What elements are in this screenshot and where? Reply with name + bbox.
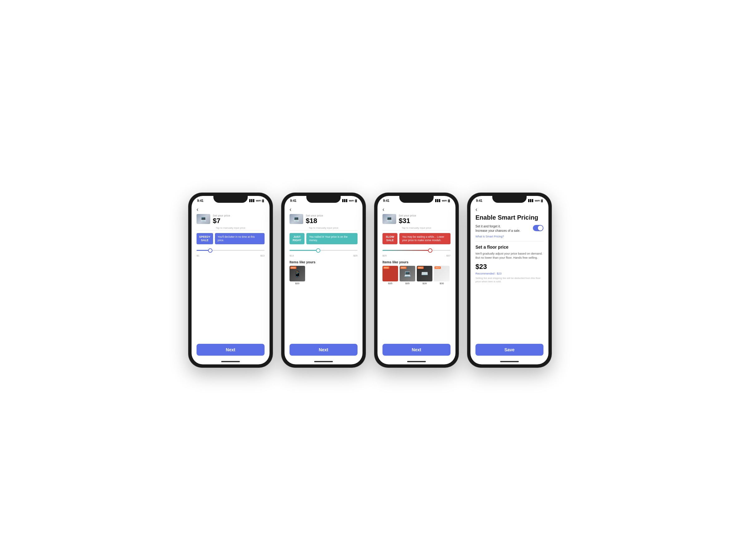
- battery-icon-3: ▓: [448, 199, 450, 202]
- badge-1: SPEEDYSALE: [197, 233, 213, 244]
- floor-note: Selling fee and shipping fee will be ded…: [475, 276, 543, 283]
- set-your-price-2: Set your price: [306, 214, 358, 217]
- tap-manual-2[interactable]: Tap to manually input price: [289, 225, 358, 230]
- slider-section-2: $13 $25: [289, 248, 358, 257]
- slider-track-container-3[interactable]: [382, 248, 451, 254]
- set-your-price-1: Set your price: [213, 214, 265, 217]
- bubble-1: You'll declutter in no time at this pric…: [215, 233, 265, 244]
- price-section-2: Set your price $18: [306, 214, 358, 224]
- toggle-text-line1: Set it and forget it.: [475, 224, 501, 228]
- slider-track-1: [197, 250, 265, 251]
- wifi-icon-4: WiFi: [535, 199, 540, 202]
- item-price-3-2: $28: [423, 282, 427, 285]
- phone-4-content: ‹ Enable Smart Pricing Set it and forget…: [470, 205, 548, 359]
- smart-link[interactable]: What is Smart Pricing?: [475, 235, 543, 238]
- slider-thumb-1[interactable]: [208, 248, 212, 253]
- slider-section-3: $25 $37: [382, 248, 451, 257]
- phone-2-content: ‹ 💻 Set your price $18 Tap to manually i…: [284, 205, 363, 359]
- status-icons-3: ▋▋▋ WiFi ▓: [435, 199, 450, 202]
- item-price-3-3: $30: [440, 282, 444, 285]
- bottom-btn-area-2: Next: [289, 341, 358, 359]
- status-time-4: 9:41: [476, 199, 482, 202]
- phone-3-screen: 9:41 ▋▋▋ WiFi ▓ ‹ 💻 Set your price $31 T…: [377, 196, 456, 364]
- next-button-3[interactable]: Next: [382, 344, 451, 356]
- toggle-knob: [538, 225, 543, 230]
- bubble-2: You nailed it! Your price is on the mone…: [306, 233, 358, 244]
- tap-manual-3[interactable]: Tap to manually input price: [382, 225, 451, 230]
- items-title-3: Items like yours: [382, 260, 451, 264]
- sold-badge-3-0: SOLD: [383, 266, 389, 269]
- home-indicator-3: [377, 359, 456, 364]
- product-header-3: 💻 Set your price $31: [382, 214, 451, 224]
- home-indicator-2: [284, 359, 363, 364]
- product-header-2: 💻 Set your price $18: [289, 214, 358, 224]
- phone-3: 9:41 ▋▋▋ WiFi ▓ ‹ 💻 Set your price $31 T…: [374, 193, 459, 368]
- set-your-price-3: Set your price: [399, 214, 451, 217]
- status-time-1: 9:41: [197, 199, 203, 202]
- item-price-2-0: $20: [295, 282, 299, 285]
- phone-4-screen: 9:41 ▋▋▋ WiFi ▓ ‹ Enable Smart Pricing S…: [470, 196, 548, 364]
- item-thumb-3-0: SOLD: [382, 266, 398, 281]
- item-thumb-3-1: SOLD 💻: [400, 266, 415, 281]
- save-button[interactable]: Save: [475, 344, 543, 356]
- sold-badge-3-1: SOLD: [400, 266, 406, 269]
- slider-track-3: [382, 250, 451, 251]
- price-indicator-3: SLOWSALE You may be waiting a while... L…: [382, 233, 451, 244]
- status-time-2: 9:41: [290, 199, 296, 202]
- badge-2: JUSTRIGHT: [289, 233, 304, 244]
- home-indicator-1: [192, 359, 270, 364]
- phone-1-screen: 9:41 ▋▋▋ WiFi ▓ ‹ 💻 Set your price $7 Ta…: [192, 196, 270, 364]
- price-amount-2: $18: [306, 217, 358, 224]
- toggle-text-line2: Increase your chances of a sale.: [475, 229, 520, 232]
- battery-icon-4: ▓: [541, 199, 543, 202]
- floor-title: Set a floor price: [475, 245, 543, 250]
- notch-1: [213, 196, 248, 203]
- back-button-4[interactable]: ‹: [475, 206, 543, 212]
- slider-section-1: $1 $13: [197, 248, 265, 257]
- list-item: SOLD ⌨️ $28: [417, 266, 433, 285]
- slider-max-1: $13: [261, 254, 265, 257]
- back-button-1[interactable]: ‹: [197, 206, 265, 212]
- list-item: SOLD 💻 $35: [400, 266, 415, 285]
- sold-badge-2-0: SOLD: [290, 266, 296, 269]
- wifi-icon-2: WiFi: [349, 199, 354, 202]
- product-header-1: 💻 Set your price $7: [197, 214, 265, 224]
- items-grid-2: SOLD 📱 $20: [289, 266, 358, 285]
- phone-2: 9:41 ▋▋▋ WiFi ▓ ‹ 💻 Set your price $18 T…: [281, 193, 366, 368]
- phone-2-screen: 9:41 ▋▋▋ WiFi ▓ ‹ 💻 Set your price $18 T…: [284, 196, 363, 364]
- price-section-1: Set your price $7: [213, 214, 265, 224]
- phone-3-content: ‹ 💻 Set your price $31 Tap to manually i…: [377, 205, 456, 359]
- phone-1-content: ‹ 💻 Set your price $7 Tap to manually in…: [192, 205, 270, 359]
- sold-badge-3-2: SOLD: [418, 266, 424, 269]
- signal-icon-4: ▋▋▋: [528, 199, 534, 202]
- back-button-3[interactable]: ‹: [382, 206, 451, 212]
- home-indicator-4: [470, 359, 548, 364]
- home-bar-2: [314, 361, 333, 362]
- slider-min-1: $1: [197, 254, 199, 257]
- sold-badge-3-3: SOLD: [435, 266, 441, 269]
- notch-4: [492, 196, 527, 203]
- slider-min-2: $13: [289, 254, 294, 257]
- toggle-switch[interactable]: [533, 225, 543, 231]
- slider-track-container-2[interactable]: [289, 248, 358, 254]
- status-icons-4: ▋▋▋ WiFi ▓: [528, 199, 543, 202]
- next-button-2[interactable]: Next: [289, 344, 358, 356]
- divider: [475, 241, 543, 242]
- price-amount-1: $7: [213, 217, 265, 224]
- bubble-3: You may be waiting a while... Lower your…: [399, 233, 451, 244]
- slider-thumb-3[interactable]: [428, 248, 433, 253]
- bottom-btn-area-4: Save: [475, 341, 543, 359]
- phone-1: 9:41 ▋▋▋ WiFi ▓ ‹ 💻 Set your price $7 Ta…: [188, 193, 273, 368]
- slider-track-container-1[interactable]: [197, 248, 265, 254]
- toggle-text: Set it and forget it. Increase your chan…: [475, 224, 520, 233]
- items-grid-3: SOLD $35 SOLD 💻 $35: [382, 266, 451, 285]
- item-thumb-2-0: SOLD 📱: [289, 266, 305, 281]
- battery-icon-1: ▓: [262, 199, 264, 202]
- slider-thumb-2[interactable]: [316, 248, 320, 253]
- tap-manual-1[interactable]: Tap to manually input price: [197, 225, 265, 230]
- back-button-2[interactable]: ‹: [289, 206, 358, 212]
- slider-labels-3: $25 $37: [382, 254, 451, 257]
- product-thumb-1: 💻: [197, 214, 210, 224]
- next-button-1[interactable]: Next: [197, 344, 265, 356]
- product-thumb-3: 💻: [382, 214, 396, 224]
